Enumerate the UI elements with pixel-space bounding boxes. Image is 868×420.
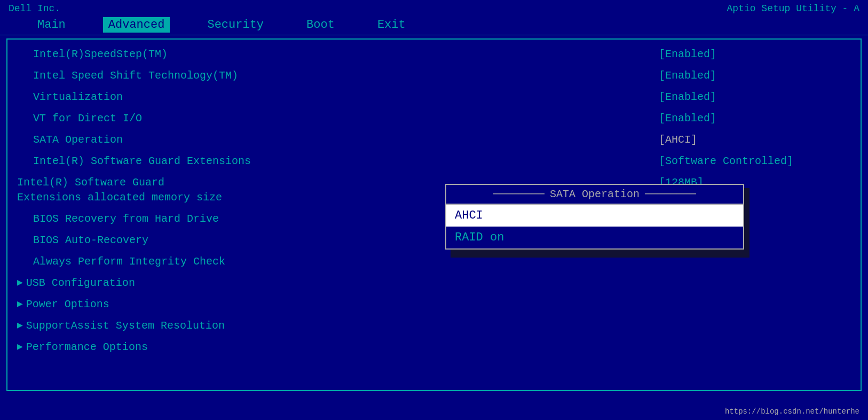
- bios-header: Dell Inc. Aptio Setup Utility - A MainAd…: [0, 0, 868, 35]
- setting-label-power-options: ▶ Power Options: [17, 297, 659, 312]
- setting-power-options[interactable]: ▶ Power Options: [13, 294, 855, 315]
- setting-label-sata-op: SATA Operation: [17, 133, 659, 147]
- sata-operation-dropdown[interactable]: SATA Operation AHCIRAID on: [445, 184, 744, 250]
- nav-bar: MainAdvancedSecurityBootExit: [0, 15, 868, 35]
- arrow-icon: ▶: [17, 276, 23, 290]
- utility-label: Aptio Setup Utility - A: [727, 3, 859, 14]
- setting-value-virtualization: [Enabled]: [659, 90, 851, 105]
- dropdown-title: SATA Operation: [446, 185, 743, 205]
- setting-speed-shift: Intel Speed Shift Technology(TM) [Enable…: [13, 65, 855, 87]
- setting-value-speedstep: [Enabled]: [659, 47, 851, 62]
- setting-value-speed-shift: [Enabled]: [659, 68, 851, 83]
- setting-value-vt-direct: [Enabled]: [659, 111, 851, 126]
- setting-sata-op: SATA Operation [AHCI]: [13, 129, 855, 151]
- setting-label-sgx: Intel(R) Software Guard Extensions: [17, 154, 659, 169]
- setting-supportassist[interactable]: ▶ SupportAssist System Resolution: [13, 315, 855, 337]
- setting-label-virtualization: Virtualization: [17, 90, 659, 105]
- nav-item-advanced[interactable]: Advanced: [103, 17, 170, 33]
- setting-label-usb-config: ▶ USB Configuration: [17, 276, 659, 291]
- arrow-icon: ▶: [17, 319, 23, 332]
- top-line: Dell Inc. Aptio Setup Utility - A: [0, 2, 868, 15]
- setting-label-supportassist: ▶ SupportAssist System Resolution: [17, 318, 659, 333]
- setting-label-performance: ▶ Performance Options: [17, 340, 659, 355]
- nav-item-security[interactable]: Security: [202, 17, 269, 33]
- setting-value-sata-op: [AHCI]: [659, 133, 851, 147]
- setting-label-vt-direct: VT for Direct I/O: [17, 111, 659, 126]
- arrow-icon: ▶: [17, 298, 23, 311]
- brand-label: Dell Inc.: [9, 3, 60, 14]
- nav-item-main[interactable]: Main: [32, 17, 71, 33]
- setting-value-sgx: [Software Controlled]: [659, 154, 851, 169]
- setting-usb-config[interactable]: ▶ USB Configuration: [13, 273, 855, 294]
- setting-label-speedstep: Intel(R)SpeedStep(TM): [17, 47, 659, 62]
- dropdown-option-ahci[interactable]: AHCI: [446, 205, 743, 227]
- setting-label-speed-shift: Intel Speed Shift Technology(TM): [17, 68, 659, 83]
- dropdown-option-raid[interactable]: RAID on: [446, 227, 743, 248]
- setting-speedstep: Intel(R)SpeedStep(TM) [Enabled]: [13, 44, 855, 65]
- setting-virtualization: Virtualization [Enabled]: [13, 87, 855, 108]
- nav-item-exit[interactable]: Exit: [372, 17, 411, 33]
- setting-sgx: Intel(R) Software Guard Extensions [Soft…: [13, 151, 855, 172]
- setting-performance[interactable]: ▶ Performance Options: [13, 337, 855, 358]
- setting-vt-direct: VT for Direct I/O [Enabled]: [13, 108, 855, 129]
- arrow-icon: ▶: [17, 340, 23, 354]
- nav-item-boot[interactable]: Boot: [301, 17, 340, 33]
- watermark: https://blog.csdn.net/hunterhe: [725, 407, 859, 416]
